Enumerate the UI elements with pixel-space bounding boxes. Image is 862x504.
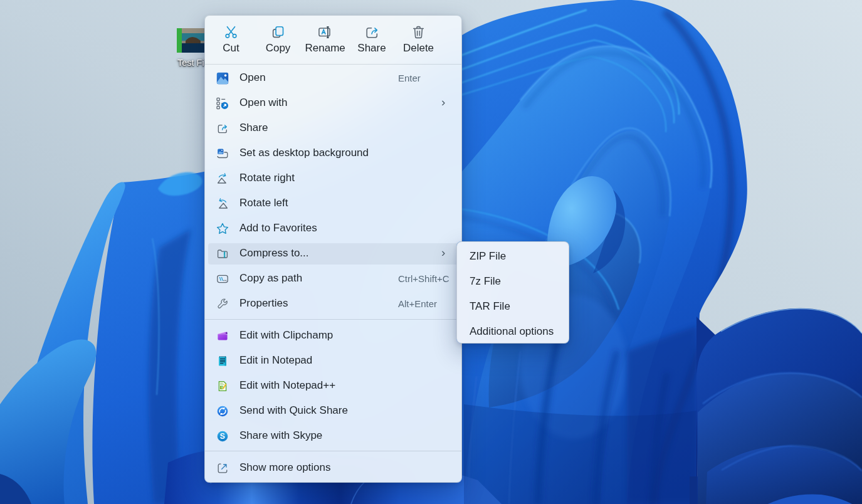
svg-text:S: S	[220, 432, 225, 441]
